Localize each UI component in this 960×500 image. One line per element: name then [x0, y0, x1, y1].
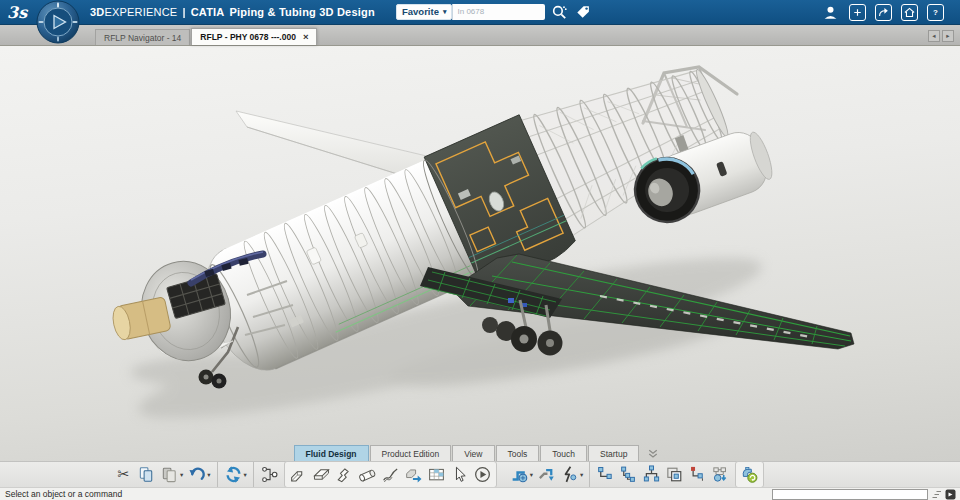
power-input-icon[interactable]	[945, 489, 956, 500]
ribbon-tabs: Fluid DesignProduct EditionViewToolsTouc…	[294, 445, 641, 461]
tag-icon[interactable]	[573, 3, 593, 21]
more-play-icon[interactable]	[471, 464, 494, 485]
undo-icon[interactable]: ▾	[185, 464, 212, 485]
flow-faucet-icon[interactable]	[738, 464, 761, 485]
connector-flash-icon[interactable]: ▾	[558, 464, 585, 485]
tab-scroll-right-button[interactable]: ▸	[942, 30, 954, 42]
document-tabs: RFLP Navigator - 14RFLP - PHY 0678 ---.0…	[95, 28, 318, 45]
update-icon[interactable]: ▾	[222, 464, 249, 485]
dropdown-caret-icon[interactable]: ▾	[580, 471, 583, 479]
route-copy-icon[interactable]	[663, 464, 686, 485]
document-tab-bar: RFLP Navigator - 14RFLP - PHY 0678 ---.0…	[0, 24, 960, 46]
catia-3dexperience-window: 3s 3DEXPERIENCE | CATIA Piping & Tubing …	[0, 0, 960, 500]
document-tab-label: RFLP Navigator - 14	[104, 33, 181, 43]
document-tab[interactable]: RFLP Navigator - 14	[95, 29, 190, 45]
ribbon-tab-tools[interactable]: Tools	[496, 445, 540, 461]
ribbon-tab-fluid-design[interactable]: Fluid Design	[294, 445, 369, 461]
status-icons	[931, 489, 956, 500]
pipe-cylinder-icon[interactable]	[356, 464, 379, 485]
chevron-down-icon: ▾	[443, 8, 447, 16]
cut-icon[interactable]: ✂	[112, 464, 135, 485]
dropdown-caret-icon[interactable]: ▾	[207, 471, 210, 479]
action-bar: ✂▾▾▾▾▾	[0, 461, 960, 487]
toolbar-group	[735, 461, 764, 488]
tab-close-icon[interactable]: ×	[303, 32, 309, 42]
status-bar: Select an object or a command	[0, 487, 960, 500]
flexible-tube-icon[interactable]	[379, 464, 402, 485]
home-icon[interactable]	[901, 4, 918, 21]
svg-text:✂: ✂	[118, 466, 130, 482]
search-input[interactable]	[452, 4, 545, 20]
3dexperience-compass-icon[interactable]	[36, 0, 80, 44]
ribbon-tab-bar: Fluid DesignProduct EditionViewToolsTouc…	[0, 443, 960, 461]
top-bar: 3s 3DEXPERIENCE | CATIA Piping & Tubing …	[0, 0, 960, 25]
dropdown-caret-icon[interactable]: ▾	[180, 471, 183, 479]
app-name: Piping & Tubing 3D Design	[229, 6, 374, 18]
part-arrow-icon[interactable]	[402, 464, 425, 485]
route-insert-red-icon[interactable]	[686, 464, 709, 485]
duct-straight-icon[interactable]	[310, 464, 333, 485]
route-export-icon[interactable]	[709, 464, 732, 485]
search-bar: Favorite ▾	[396, 3, 593, 20]
header-actions: ?	[821, 3, 944, 22]
pipe-transfer-icon[interactable]	[535, 464, 558, 485]
ribbon-tab-startup[interactable]: Startup	[588, 445, 639, 461]
aircraft-3d-model[interactable]	[0, 45, 960, 461]
document-tab-label: RFLP - PHY 0678 ---.000	[200, 32, 296, 42]
toolbar-group: ▾	[217, 462, 249, 487]
route-split-icon[interactable]	[640, 464, 663, 485]
route-double-icon[interactable]	[617, 464, 640, 485]
ribbon-tab-product-edition[interactable]: Product Edition	[370, 445, 452, 461]
toolbar-group: ▾▾	[504, 462, 586, 487]
share-icon[interactable]	[875, 4, 892, 21]
command-list-icon[interactable]	[931, 489, 942, 500]
dassault-3ds-logo: 3s	[6, 2, 34, 22]
duct-zigzag-icon[interactable]	[333, 464, 356, 485]
svg-text:?: ?	[933, 8, 938, 17]
paste-icon[interactable]: ▾	[158, 464, 185, 485]
toolbar-group: ✂▾▾	[112, 462, 213, 487]
power-input-field[interactable]	[772, 489, 928, 500]
toolbar-group	[253, 462, 281, 487]
tab-scroll: ◂ ▸	[928, 30, 954, 42]
schematic-route-icon[interactable]	[258, 464, 281, 485]
route-elbow-icon[interactable]	[594, 464, 617, 485]
document-tab[interactable]: RFLP - PHY 0678 ---.000×	[191, 28, 317, 45]
tab-scroll-left-button[interactable]: ◂	[928, 30, 940, 42]
ribbon-collapse-button[interactable]	[640, 446, 666, 461]
brand-3d: 3D	[90, 6, 104, 18]
help-icon[interactable]: ?	[927, 4, 944, 21]
select-cursor-icon[interactable]	[448, 464, 471, 485]
user-icon[interactable]	[821, 3, 840, 22]
search-scope-label: Favorite	[402, 6, 439, 17]
ribbon-tab-view[interactable]: View	[452, 445, 494, 461]
dropdown-caret-icon[interactable]: ▾	[244, 471, 247, 479]
pipe-pump-icon[interactable]: ▾	[508, 464, 535, 485]
svg-text:3s: 3s	[7, 3, 28, 22]
toolbar-group	[589, 462, 732, 487]
status-message: Select an object or a command	[5, 489, 122, 499]
product-name: CATIA	[191, 6, 225, 18]
title-divider: |	[182, 6, 185, 18]
double-chevron-down-icon	[645, 448, 661, 460]
copy-icon[interactable]	[135, 464, 158, 485]
search-scope-dropdown[interactable]: Favorite ▾	[396, 4, 452, 20]
toolbar-group	[284, 461, 497, 488]
search-icon[interactable]	[549, 3, 569, 21]
duct-corner-icon[interactable]	[287, 464, 310, 485]
dropdown-caret-icon[interactable]: ▾	[530, 471, 533, 479]
power-input-area	[772, 489, 956, 500]
add-icon[interactable]	[849, 4, 866, 21]
brand-experience: EXPERIENCE	[104, 6, 177, 18]
viewport-3d[interactable]: Fluid DesignProduct EditionViewToolsTouc…	[0, 45, 960, 461]
ribbon-tab-touch[interactable]: Touch	[540, 445, 587, 461]
app-title: 3DEXPERIENCE | CATIA Piping & Tubing 3D …	[90, 0, 375, 24]
grid-table-icon[interactable]	[425, 464, 448, 485]
